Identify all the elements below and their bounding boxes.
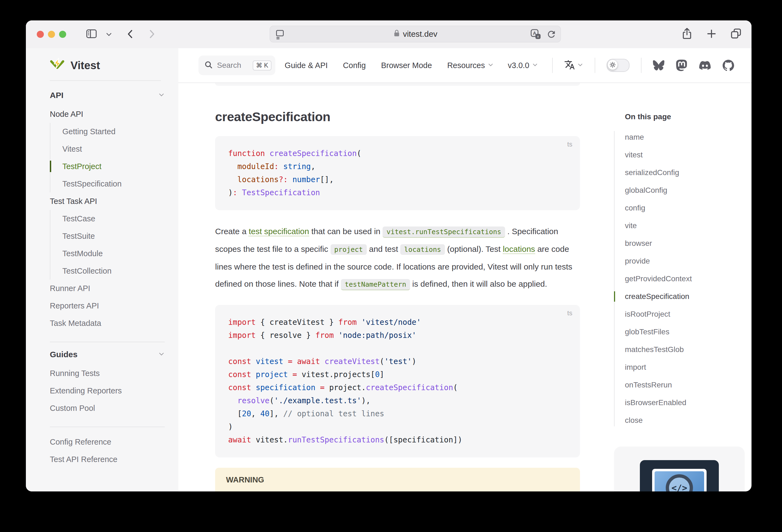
- nav-link-browser-mode[interactable]: Browser Mode: [381, 61, 432, 70]
- language-switcher[interactable]: [564, 59, 583, 71]
- code-line: ): [228, 420, 567, 433]
- sidebar-item-node-api[interactable]: Node API: [50, 105, 165, 123]
- close-window-button[interactable]: [37, 31, 44, 38]
- toc-item-vite[interactable]: vite: [614, 217, 750, 235]
- warning-body: createSpecification expects resolved mod…: [226, 489, 569, 491]
- back-icon[interactable]: [125, 28, 136, 41]
- inline-code-link[interactable]: vitest.runTestSpecifications: [383, 226, 505, 238]
- traffic-lights: [37, 31, 66, 38]
- svg-text:x: x: [537, 34, 539, 38]
- sidebar-item-test-api-reference[interactable]: Test API Reference: [50, 451, 165, 468]
- sidebar-item-vitest[interactable]: Vitest: [50, 140, 165, 157]
- brand-name: Vitest: [71, 59, 100, 72]
- search-box[interactable]: Search ⌘ K: [199, 56, 275, 75]
- sidebar-group: Config ReferenceTest API Reference: [50, 427, 165, 468]
- text: and test: [367, 245, 400, 253]
- sidebar-group-header-api[interactable]: API: [50, 89, 165, 102]
- sidebar-item-testcase[interactable]: TestCase: [50, 210, 165, 227]
- text: that can be used in: [309, 227, 383, 236]
- toc-item-isbrowserenabled[interactable]: isBrowserEnabled: [614, 394, 750, 412]
- toc-item-createspecification[interactable]: createSpecification: [614, 287, 750, 305]
- nav-version-dropdown[interactable]: v3.0.0: [508, 61, 538, 70]
- toc-item-config[interactable]: config: [614, 199, 750, 217]
- reload-icon[interactable]: [546, 29, 557, 41]
- inline-code-link[interactable]: testNamePattern: [341, 279, 410, 290]
- sidebar-item-testsuite[interactable]: TestSuite: [50, 227, 165, 245]
- toc-item-close[interactable]: close: [614, 412, 750, 429]
- inline-code: project: [330, 244, 367, 255]
- minimize-window-button[interactable]: [48, 31, 55, 38]
- toc-item-name[interactable]: name: [614, 128, 750, 146]
- nav-menu-links: Guide & APIConfigBrowser Mode: [285, 61, 432, 70]
- nav-resources-dropdown[interactable]: Resources: [447, 61, 494, 70]
- code-line: const project = vitest.projects[0]: [228, 368, 567, 381]
- sidebar-toggle-icon[interactable]: [85, 28, 98, 40]
- page-title: createSpecification: [215, 109, 580, 124]
- chevron-down-icon: [488, 62, 494, 69]
- sidebar-group-header-guides[interactable]: Guides: [50, 348, 165, 361]
- lock-icon: [393, 29, 400, 39]
- toolbar-chevron-down-icon[interactable]: [105, 31, 112, 38]
- discord-icon[interactable]: [699, 60, 711, 71]
- sidebar-item-task-metadata[interactable]: Task Metadata: [50, 315, 165, 332]
- code-lang-badge: ts: [567, 141, 572, 148]
- toc-item-import[interactable]: import: [614, 358, 750, 376]
- sidebar-item-config-reference[interactable]: Config Reference: [50, 433, 165, 451]
- browser-window: vitest.dev A x: [26, 21, 751, 491]
- sidebar-item-reporters-api[interactable]: Reporters API: [50, 297, 165, 315]
- nav-link-guide-api[interactable]: Guide & API: [285, 61, 328, 70]
- github-icon[interactable]: [723, 60, 734, 71]
- tab-overview-icon[interactable]: [730, 27, 742, 42]
- sidebar-item-testproject[interactable]: TestProject: [50, 157, 165, 175]
- toc-item-globtestfiles[interactable]: globTestFiles: [614, 323, 750, 341]
- toc-item-vitest[interactable]: vitest: [614, 146, 750, 164]
- code-block-example[interactable]: ts import { createVitest } from 'vitest/…: [215, 305, 580, 457]
- sponsor-card[interactable]: </>: [614, 447, 745, 491]
- mastodon-icon[interactable]: [676, 60, 687, 71]
- code-line: [228, 342, 567, 355]
- text-link[interactable]: locations: [503, 245, 535, 254]
- sidebar-item-running-tests[interactable]: Running Tests: [50, 364, 165, 382]
- toc-item-serializedconfig[interactable]: serializedConfig: [614, 164, 750, 181]
- brand[interactable]: Vitest: [49, 57, 100, 74]
- toc-item-provide[interactable]: provide: [614, 252, 750, 270]
- code-line: const specification = project.createSpec…: [228, 381, 567, 394]
- text: (optional). Test: [445, 245, 503, 253]
- toc-item-globalconfig[interactable]: globalConfig: [614, 181, 750, 199]
- inline-code: locations: [400, 244, 445, 255]
- text-link[interactable]: test specification: [249, 227, 309, 236]
- sidebar-item-custom-pool[interactable]: Custom Pool: [50, 399, 165, 417]
- translate-page-icon[interactable]: A x: [530, 28, 542, 41]
- sidebar-item-runner-api[interactable]: Runner API: [50, 280, 165, 297]
- sidebar-group: APINode APIGetting StartedVitestTestProj…: [50, 89, 165, 332]
- search-placeholder: Search: [217, 61, 249, 70]
- toc-item-isrootproject[interactable]: isRootProject: [614, 305, 750, 323]
- chevron-down-icon: [158, 351, 165, 358]
- reader-icon[interactable]: [275, 29, 285, 41]
- code-line: import { createVitest } from 'vitest/nod…: [228, 316, 567, 329]
- sidebar-item-testspecification[interactable]: TestSpecification: [50, 175, 165, 192]
- toc-item-ontestsrerun[interactable]: onTestsRerun: [614, 376, 750, 394]
- toc-item-getprovidedcontext[interactable]: getProvidedContext: [614, 270, 750, 287]
- sidebar-item-test-task-api[interactable]: Test Task API: [50, 192, 165, 210]
- language-icon: [564, 59, 575, 71]
- toc-item-browser[interactable]: browser: [614, 235, 750, 252]
- bluesky-icon[interactable]: [653, 60, 664, 71]
- share-icon[interactable]: [681, 27, 693, 42]
- toc-item-matchestestglob[interactable]: matchesTestGlob: [614, 341, 750, 358]
- address-bar[interactable]: vitest.dev A x: [270, 26, 561, 42]
- sidebar-item-testmodule[interactable]: TestModule: [50, 245, 165, 262]
- forward-icon[interactable]: [146, 28, 158, 41]
- previous-code-block-edge: [215, 83, 580, 86]
- code-block-signature[interactable]: ts function createSpecification( moduleI…: [215, 136, 580, 210]
- sidebar-item-extending-reporters[interactable]: Extending Reporters: [50, 382, 165, 399]
- nav-link-config[interactable]: Config: [343, 61, 366, 70]
- sidebar-group-title: Guides: [50, 350, 78, 359]
- zoom-window-button[interactable]: [59, 31, 66, 38]
- sidebar-item-testcollection[interactable]: TestCollection: [50, 262, 165, 280]
- theme-toggle[interactable]: [607, 59, 630, 72]
- new-tab-icon[interactable]: [705, 27, 718, 42]
- code-line: function createSpecification(: [228, 147, 567, 160]
- sidebar-item-getting-started[interactable]: Getting Started: [50, 123, 165, 140]
- toc-list: namevitestserializedConfigglobalConfigco…: [614, 128, 750, 429]
